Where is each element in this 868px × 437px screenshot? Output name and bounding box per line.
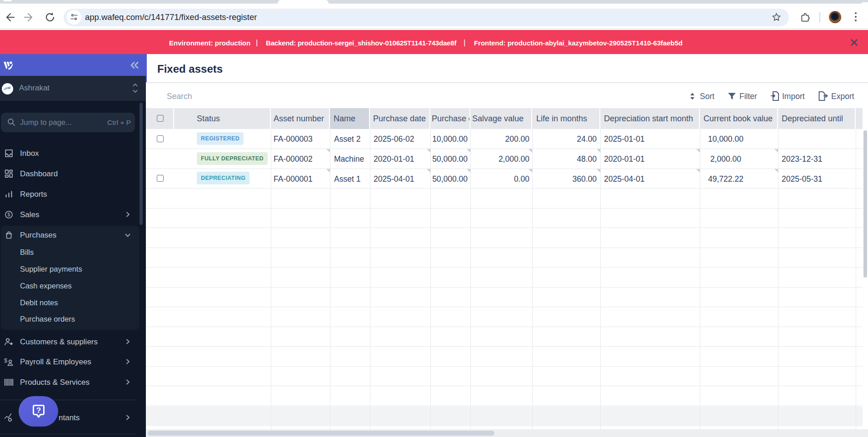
svg-text:$: $ [8,212,10,217]
svg-text:?: ? [36,406,41,414]
svg-text:$: $ [4,358,8,364]
